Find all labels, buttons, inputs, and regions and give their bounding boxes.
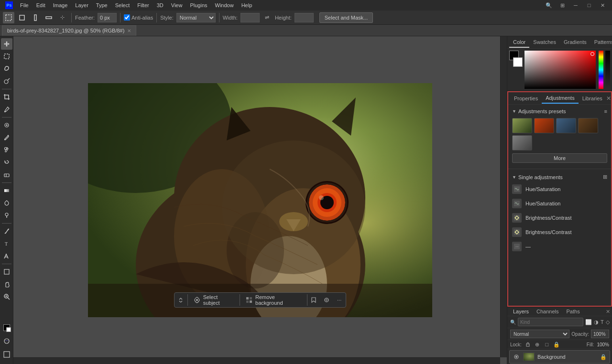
crop-tool[interactable] [1, 91, 12, 103]
menu-window[interactable]: Window [211, 1, 238, 9]
adjustments-tab[interactable]: Adjustments [542, 93, 579, 104]
menu-edit[interactable]: Edit [33, 1, 49, 9]
arrange-docs-icon[interactable]: ⊞ [557, 0, 568, 11]
menu-file[interactable]: File [16, 1, 33, 9]
menu-layer[interactable]: Layer [71, 1, 92, 9]
more-options-icon[interactable]: ··· [333, 292, 346, 308]
bookmark-icon[interactable] [307, 292, 320, 308]
presets-header[interactable]: ▼ Adjustments presets ≡ [508, 107, 611, 116]
tab-close-icon[interactable]: ✕ [127, 28, 131, 33]
hand-tool[interactable] [1, 278, 12, 290]
pen-tool[interactable] [1, 225, 12, 237]
adj-item-more[interactable]: ··· — [508, 239, 611, 254]
layer-visibility-icon[interactable] [513, 353, 520, 361]
alpha-strip[interactable] [605, 51, 610, 89]
anti-alias-label[interactable]: Anti-alias [124, 14, 153, 21]
path-selection-tool[interactable] [1, 250, 12, 262]
preset-thumb-5[interactable] [512, 135, 532, 150]
history-brush-tool[interactable] [1, 157, 12, 168]
file-tab[interactable]: birds-of-prey-8342827_1920.jpg @ 50% (RG… [2, 25, 136, 36]
menu-type[interactable]: Type [92, 1, 111, 9]
adjustment-filter-icon[interactable]: ◑ [594, 318, 599, 326]
preset-thumb-1[interactable] [512, 118, 532, 133]
feather-input[interactable] [98, 13, 117, 22]
menu-view[interactable]: View [167, 1, 186, 9]
width-input[interactable] [240, 13, 260, 22]
adj-item-brightness-1[interactable]: Brightness/Contrast [508, 211, 611, 225]
preset-thumb-2[interactable] [534, 118, 554, 133]
col-marquee-btn[interactable] [30, 12, 41, 23]
close-icon[interactable]: ✕ [597, 0, 608, 11]
layers-tab[interactable]: Layers [509, 307, 533, 316]
paths-tab[interactable]: Paths [563, 307, 584, 316]
transform-btn[interactable]: ⊹ [56, 12, 68, 23]
type-tool[interactable]: T [1, 238, 12, 249]
gradients-tab[interactable]: Gradients [560, 37, 590, 48]
search-icon[interactable]: 🔍 [543, 0, 555, 11]
background-swatch[interactable] [513, 57, 523, 67]
quick-selection-tool[interactable] [1, 75, 12, 87]
libraries-tab[interactable]: Libraries [579, 94, 606, 103]
toolbar-expand-icon[interactable] [175, 292, 187, 308]
menu-help[interactable]: Help [238, 1, 256, 9]
single-adj-grid-icon[interactable]: ⊞ [603, 174, 607, 180]
swap-dimensions-icon[interactable]: ⇌ [262, 12, 273, 23]
menu-3d[interactable]: 3D [153, 1, 167, 9]
blur-tool[interactable] [1, 197, 12, 209]
color-cursor[interactable] [590, 52, 594, 56]
height-input[interactable] [295, 13, 314, 22]
adj-item-hue-sat-1[interactable]: Hue/Saturation [508, 182, 611, 196]
layers-search-input[interactable] [518, 318, 583, 326]
adj-panel-close-icon[interactable]: ✕ [606, 95, 611, 102]
healing-brush-tool[interactable] [1, 119, 12, 131]
lock-position-icon[interactable]: ⊕ [534, 341, 541, 348]
hue-strip[interactable] [599, 51, 603, 89]
blend-mode-select[interactable]: Normal [510, 330, 569, 338]
eraser-tool[interactable] [1, 169, 12, 181]
type-filter-icon[interactable]: T [601, 318, 604, 326]
preset-thumb-4[interactable] [578, 118, 598, 133]
menu-image[interactable]: Image [49, 1, 72, 9]
zoom-tool[interactable] [1, 291, 12, 302]
row-marquee-btn[interactable] [43, 12, 55, 23]
brush-tool[interactable] [1, 132, 12, 143]
circle-tool-icon[interactable] [320, 292, 333, 308]
clone-stamp-tool[interactable] [1, 144, 12, 156]
gradient-tool[interactable] [1, 185, 12, 196]
preset-thumb-3[interactable] [556, 118, 576, 133]
vertical-scrollbar[interactable] [500, 36, 507, 357]
single-adj-header[interactable]: ▼ Single adjustments ⊞ [508, 172, 611, 182]
lasso-tool[interactable] [1, 63, 12, 75]
screen-mode-btn[interactable] [1, 349, 12, 360]
shape-tool[interactable] [1, 266, 12, 278]
menu-plugins[interactable]: Plugins [186, 1, 211, 9]
channels-tab[interactable]: Channels [533, 307, 562, 316]
menu-filter[interactable]: Filter [133, 1, 153, 9]
marquee-tool[interactable] [1, 51, 12, 62]
remove-background-button[interactable]: Remove background [240, 292, 307, 308]
lock-artboard-icon[interactable]: □ [544, 341, 550, 348]
color-tab[interactable]: Color [509, 37, 529, 48]
presets-menu-icon[interactable]: ≡ [604, 108, 607, 114]
lock-pixels-icon[interactable] [525, 341, 531, 348]
selection-tool-btn[interactable] [3, 12, 14, 23]
quick-mask-btn[interactable] [1, 335, 12, 347]
maximize-icon[interactable]: □ [583, 0, 595, 11]
move-tool[interactable] [1, 38, 12, 50]
background-layer-row[interactable]: Background 🔒 [509, 350, 610, 364]
shape-filter-icon[interactable]: ◇ [606, 318, 610, 326]
patterns-tab[interactable]: Patterns [590, 37, 612, 48]
more-button[interactable]: More [512, 153, 607, 163]
select-mask-button[interactable]: Select and Mask... [319, 12, 373, 23]
dodge-tool[interactable] [1, 210, 12, 221]
properties-tab[interactable]: Properties [510, 94, 542, 103]
opacity-input[interactable] [591, 330, 609, 338]
style-select[interactable]: Normal Fixed Ratio Fixed Size [176, 13, 216, 22]
layers-panel-close-icon[interactable]: ✕ [606, 309, 610, 315]
eyedropper-tool[interactable] [1, 104, 12, 115]
horizontal-scrollbar[interactable] [13, 357, 500, 364]
lock-all-icon[interactable]: 🔒 [553, 341, 560, 348]
minimize-icon[interactable]: ─ [570, 0, 581, 11]
select-subject-button[interactable]: Select subject [188, 292, 240, 308]
adj-item-brightness-2[interactable]: Brightness/Contrast [508, 225, 611, 239]
